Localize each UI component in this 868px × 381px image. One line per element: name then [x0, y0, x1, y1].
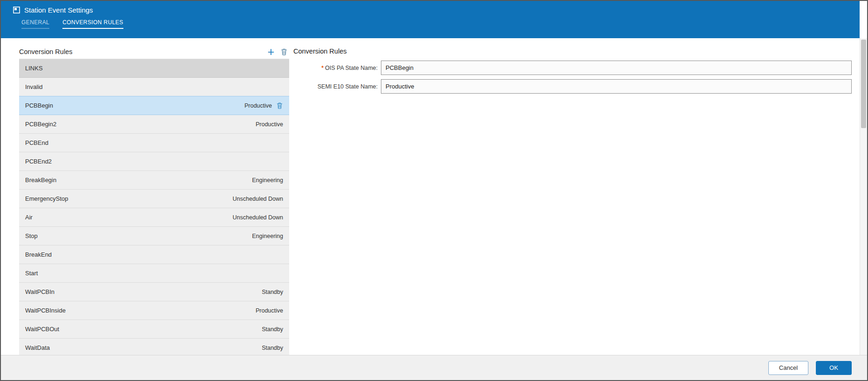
list-item-pcbbegin[interactable]: PCBBegin Productive	[19, 96, 289, 115]
list-item-pcbend2[interactable]: PCBEnd2	[19, 152, 289, 171]
list-item-waitpcbin[interactable]: WaitPCBIn Standby	[19, 283, 289, 301]
field-label: SEMI E10 State Name:	[293, 83, 381, 90]
field-label: * OIS PA State Name:	[293, 65, 381, 71]
rule-state: Productive	[256, 121, 283, 128]
rule-name: WaitPCBInside	[25, 307, 66, 314]
rule-name: Start	[25, 270, 38, 277]
rule-state: Engineering	[252, 177, 283, 184]
list-item-pcbbegin2[interactable]: PCBBegin2 Productive	[19, 115, 289, 134]
cancel-button[interactable]: Cancel	[768, 361, 808, 375]
conversion-rules-panel-title: Conversion Rules	[19, 48, 72, 55]
rule-state: Engineering	[252, 233, 283, 239]
tab-general[interactable]: GENERAL	[21, 19, 49, 29]
list-item-breakbegin[interactable]: BreakBegin Engineering	[19, 171, 289, 190]
rule-name: PCBBegin	[25, 102, 53, 109]
station-event-settings-dialog: Station Event Settings GENERALCONVERSION…	[0, 0, 868, 381]
rule-name: WaitPCBOut	[25, 326, 59, 333]
list-item-waitpcbinside[interactable]: WaitPCBInside Productive	[19, 301, 289, 320]
rule-name: WaitData	[25, 344, 50, 351]
semi-e10-state-name-input[interactable]	[381, 79, 852, 94]
rule-state: Standby	[262, 345, 283, 351]
conversion-rules-panel: Conversion Rules + LINKS Invalid PCBBe	[19, 44, 289, 355]
list-item-waitpcbout[interactable]: WaitPCBOut Standby	[19, 320, 289, 339]
window-icon	[13, 7, 20, 14]
rule-name: PCBEnd2	[25, 158, 52, 165]
rule-name: Stop	[25, 232, 38, 239]
ois-pa-state-name-input[interactable]	[381, 61, 852, 75]
list-item-start[interactable]: Start	[19, 264, 289, 283]
rule-name: EmergencyStop	[25, 195, 68, 202]
rule-state: Standby	[262, 289, 283, 295]
detail-panel-title: Conversion Rules	[293, 44, 852, 58]
rule-name: WaitPCBIn	[25, 288, 54, 295]
dialog-footer: Cancel OK	[1, 355, 867, 380]
list-item-links[interactable]: LINKS	[19, 59, 289, 78]
tab-conversion-rules[interactable]: CONVERSION RULES	[62, 19, 123, 29]
scrollbar-thumb[interactable]	[861, 40, 866, 128]
rule-state: Unscheduled Down	[233, 214, 283, 221]
required-asterisk: *	[321, 65, 324, 71]
rule-name: BreakEnd	[25, 251, 52, 258]
delete-rule-trash-icon[interactable]	[280, 48, 288, 55]
list-item-breakend[interactable]: BreakEnd	[19, 245, 289, 264]
rule-state: Productive	[256, 307, 283, 314]
list-item-air[interactable]: Air Unscheduled Down	[19, 208, 289, 227]
list-item-invalid[interactable]: Invalid	[19, 78, 289, 96]
ok-button[interactable]: OK	[816, 361, 852, 375]
rule-state: Unscheduled Down	[233, 196, 283, 202]
rule-name: PCBBegin2	[25, 121, 56, 128]
form-field-row: * OIS PA State Name:	[293, 61, 852, 75]
rule-name: Invalid	[25, 83, 43, 90]
list-item-pcbend[interactable]: PCBEnd	[19, 134, 289, 152]
rule-name: PCBEnd	[25, 139, 48, 146]
conversion-rules-panel-header: Conversion Rules +	[19, 44, 289, 59]
conversion-rules-list: LINKS Invalid PCBBegin Productive PCBBeg…	[19, 59, 289, 355]
list-item-emergencystop[interactable]: EmergencyStop Unscheduled Down	[19, 190, 289, 208]
vertical-scrollbar[interactable]	[860, 38, 867, 355]
rule-name: BreakBegin	[25, 177, 56, 184]
form-field-row: SEMI E10 State Name:	[293, 79, 852, 94]
row-trash-icon[interactable]	[276, 102, 283, 109]
add-rule-icon[interactable]: +	[267, 48, 274, 56]
list-item-waitdata[interactable]: WaitData Standby	[19, 339, 289, 355]
rule-name: LINKS	[25, 65, 43, 72]
titlebar: Station Event Settings GENERALCONVERSION…	[1, 1, 860, 38]
rule-name: Air	[25, 214, 33, 221]
conversion-rule-detail-panel: Conversion Rules * OIS PA State Name: SE…	[293, 44, 852, 94]
conversion-form: * OIS PA State Name: SEMI E10 State Name…	[293, 61, 852, 94]
tab-bar: GENERALCONVERSION RULES	[1, 19, 860, 29]
window-title: Station Event Settings	[24, 6, 93, 14]
rule-state: Productive	[244, 102, 272, 109]
rule-state: Standby	[262, 326, 283, 333]
list-item-stop[interactable]: Stop Engineering	[19, 227, 289, 245]
